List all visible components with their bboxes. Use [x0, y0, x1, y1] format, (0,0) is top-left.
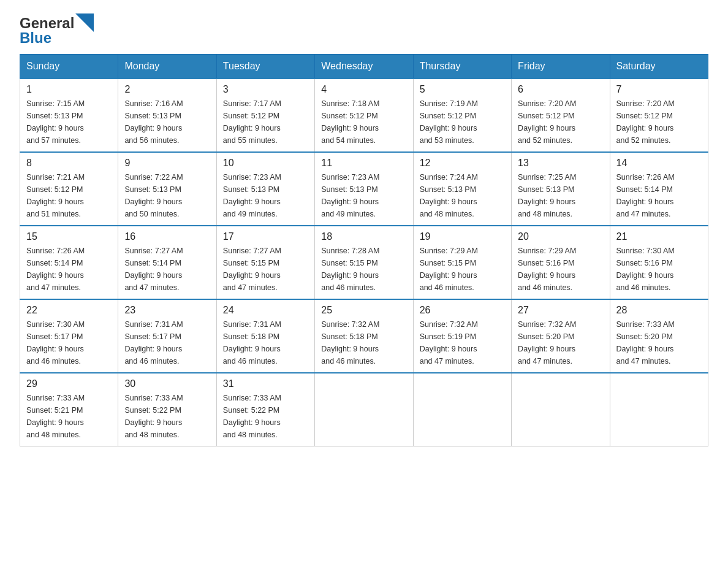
calendar-body: 1 Sunrise: 7:15 AM Sunset: 5:13 PM Dayli…	[20, 79, 708, 446]
day-number: 21	[616, 231, 702, 242]
day-info: Sunrise: 7:23 AM Sunset: 5:13 PM Dayligh…	[321, 171, 406, 220]
day-info: Sunrise: 7:33 AM Sunset: 5:21 PM Dayligh…	[26, 392, 112, 441]
day-number: 31	[223, 378, 308, 389]
calendar-day-cell: 14 Sunrise: 7:26 AM Sunset: 5:14 PM Dayl…	[610, 152, 708, 226]
day-info: Sunrise: 7:29 AM Sunset: 5:16 PM Dayligh…	[518, 245, 603, 294]
day-of-week-header: Saturday	[610, 55, 708, 79]
day-info: Sunrise: 7:30 AM Sunset: 5:17 PM Dayligh…	[26, 318, 112, 367]
day-number: 14	[616, 158, 702, 169]
day-of-week-header: Thursday	[413, 55, 511, 79]
calendar-day-cell: 6 Sunrise: 7:20 AM Sunset: 5:12 PM Dayli…	[512, 79, 610, 152]
day-info: Sunrise: 7:18 AM Sunset: 5:12 PM Dayligh…	[321, 98, 406, 147]
calendar-day-cell	[610, 373, 708, 446]
day-info: Sunrise: 7:19 AM Sunset: 5:12 PM Dayligh…	[420, 98, 505, 147]
day-number: 11	[321, 158, 406, 169]
day-info: Sunrise: 7:20 AM Sunset: 5:12 PM Dayligh…	[616, 98, 702, 147]
calendar-day-cell: 11 Sunrise: 7:23 AM Sunset: 5:13 PM Dayl…	[315, 152, 413, 226]
day-number: 30	[124, 378, 210, 389]
day-info: Sunrise: 7:21 AM Sunset: 5:12 PM Dayligh…	[26, 171, 112, 220]
calendar-day-cell: 16 Sunrise: 7:27 AM Sunset: 5:14 PM Dayl…	[118, 226, 216, 299]
day-info: Sunrise: 7:32 AM Sunset: 5:18 PM Dayligh…	[321, 318, 406, 367]
day-info: Sunrise: 7:31 AM Sunset: 5:18 PM Dayligh…	[223, 318, 308, 367]
day-info: Sunrise: 7:26 AM Sunset: 5:14 PM Dayligh…	[26, 245, 112, 294]
calendar-day-cell: 3 Sunrise: 7:17 AM Sunset: 5:12 PM Dayli…	[216, 79, 314, 152]
calendar-day-cell: 19 Sunrise: 7:29 AM Sunset: 5:15 PM Dayl…	[413, 226, 511, 299]
calendar-day-cell: 1 Sunrise: 7:15 AM Sunset: 5:13 PM Dayli…	[20, 79, 118, 152]
calendar-day-cell	[413, 373, 511, 446]
day-number: 10	[223, 158, 308, 169]
day-number: 20	[518, 231, 603, 242]
day-info: Sunrise: 7:26 AM Sunset: 5:14 PM Dayligh…	[616, 171, 702, 220]
day-number: 27	[518, 305, 603, 316]
day-number: 9	[124, 158, 210, 169]
day-info: Sunrise: 7:20 AM Sunset: 5:12 PM Dayligh…	[518, 98, 603, 147]
calendar-week-row: 29 Sunrise: 7:33 AM Sunset: 5:21 PM Dayl…	[20, 373, 708, 446]
calendar-week-row: 22 Sunrise: 7:30 AM Sunset: 5:17 PM Dayl…	[20, 299, 708, 373]
day-info: Sunrise: 7:23 AM Sunset: 5:13 PM Dayligh…	[223, 171, 308, 220]
day-info: Sunrise: 7:15 AM Sunset: 5:13 PM Dayligh…	[26, 98, 112, 147]
day-info: Sunrise: 7:33 AM Sunset: 5:20 PM Dayligh…	[616, 318, 702, 367]
day-info: Sunrise: 7:17 AM Sunset: 5:12 PM Dayligh…	[223, 98, 308, 147]
day-info: Sunrise: 7:27 AM Sunset: 5:14 PM Dayligh…	[124, 245, 210, 294]
svg-marker-0	[75, 13, 94, 32]
day-number: 18	[321, 231, 406, 242]
day-number: 16	[124, 231, 210, 242]
day-number: 17	[223, 231, 308, 242]
calendar-day-cell: 12 Sunrise: 7:24 AM Sunset: 5:13 PM Dayl…	[413, 152, 511, 226]
calendar-day-cell: 4 Sunrise: 7:18 AM Sunset: 5:12 PM Dayli…	[315, 79, 413, 152]
day-info: Sunrise: 7:33 AM Sunset: 5:22 PM Dayligh…	[223, 392, 308, 441]
calendar-day-cell: 5 Sunrise: 7:19 AM Sunset: 5:12 PM Dayli…	[413, 79, 511, 152]
day-number: 22	[26, 305, 112, 316]
day-of-week-header: Wednesday	[315, 55, 413, 79]
calendar-day-cell: 17 Sunrise: 7:27 AM Sunset: 5:15 PM Dayl…	[216, 226, 314, 299]
calendar-header: SundayMondayTuesdayWednesdayThursdayFrid…	[20, 55, 708, 79]
day-number: 2	[124, 84, 210, 95]
header-row: SundayMondayTuesdayWednesdayThursdayFrid…	[20, 55, 708, 79]
day-info: Sunrise: 7:33 AM Sunset: 5:22 PM Dayligh…	[124, 392, 210, 441]
logo-blue-text: Blue	[20, 29, 51, 47]
day-number: 28	[616, 305, 702, 316]
calendar-day-cell: 2 Sunrise: 7:16 AM Sunset: 5:13 PM Dayli…	[118, 79, 216, 152]
calendar-day-cell: 28 Sunrise: 7:33 AM Sunset: 5:20 PM Dayl…	[610, 299, 708, 373]
logo: General Blue	[20, 15, 94, 47]
day-number: 8	[26, 158, 112, 169]
day-info: Sunrise: 7:31 AM Sunset: 5:17 PM Dayligh…	[124, 318, 210, 367]
day-number: 7	[616, 84, 702, 95]
day-info: Sunrise: 7:25 AM Sunset: 5:13 PM Dayligh…	[518, 171, 603, 220]
day-info: Sunrise: 7:16 AM Sunset: 5:13 PM Dayligh…	[124, 98, 210, 147]
calendar-day-cell: 7 Sunrise: 7:20 AM Sunset: 5:12 PM Dayli…	[610, 79, 708, 152]
calendar-table: SundayMondayTuesdayWednesdayThursdayFrid…	[20, 54, 708, 446]
day-number: 6	[518, 84, 603, 95]
calendar-day-cell: 10 Sunrise: 7:23 AM Sunset: 5:13 PM Dayl…	[216, 152, 314, 226]
calendar-day-cell: 9 Sunrise: 7:22 AM Sunset: 5:13 PM Dayli…	[118, 152, 216, 226]
day-info: Sunrise: 7:32 AM Sunset: 5:19 PM Dayligh…	[420, 318, 505, 367]
day-info: Sunrise: 7:29 AM Sunset: 5:15 PM Dayligh…	[420, 245, 505, 294]
calendar-day-cell: 26 Sunrise: 7:32 AM Sunset: 5:19 PM Dayl…	[413, 299, 511, 373]
day-info: Sunrise: 7:32 AM Sunset: 5:20 PM Dayligh…	[518, 318, 603, 367]
calendar-day-cell: 20 Sunrise: 7:29 AM Sunset: 5:16 PM Dayl…	[512, 226, 610, 299]
day-number: 4	[321, 84, 406, 95]
calendar-day-cell: 24 Sunrise: 7:31 AM Sunset: 5:18 PM Dayl…	[216, 299, 314, 373]
calendar-day-cell: 15 Sunrise: 7:26 AM Sunset: 5:14 PM Dayl…	[20, 226, 118, 299]
day-number: 3	[223, 84, 308, 95]
day-info: Sunrise: 7:27 AM Sunset: 5:15 PM Dayligh…	[223, 245, 308, 294]
day-info: Sunrise: 7:22 AM Sunset: 5:13 PM Dayligh…	[124, 171, 210, 220]
day-info: Sunrise: 7:30 AM Sunset: 5:16 PM Dayligh…	[616, 245, 702, 294]
calendar-day-cell: 29 Sunrise: 7:33 AM Sunset: 5:21 PM Dayl…	[20, 373, 118, 446]
calendar-day-cell: 23 Sunrise: 7:31 AM Sunset: 5:17 PM Dayl…	[118, 299, 216, 373]
day-number: 29	[26, 378, 112, 389]
logo-icon	[75, 13, 94, 32]
calendar-day-cell: 27 Sunrise: 7:32 AM Sunset: 5:20 PM Dayl…	[512, 299, 610, 373]
day-number: 13	[518, 158, 603, 169]
day-of-week-header: Monday	[118, 55, 216, 79]
calendar-day-cell: 22 Sunrise: 7:30 AM Sunset: 5:17 PM Dayl…	[20, 299, 118, 373]
calendar-week-row: 1 Sunrise: 7:15 AM Sunset: 5:13 PM Dayli…	[20, 79, 708, 152]
day-number: 23	[124, 305, 210, 316]
day-number: 15	[26, 231, 112, 242]
day-info: Sunrise: 7:24 AM Sunset: 5:13 PM Dayligh…	[420, 171, 505, 220]
page-header: General Blue	[20, 15, 708, 47]
calendar-day-cell: 25 Sunrise: 7:32 AM Sunset: 5:18 PM Dayl…	[315, 299, 413, 373]
calendar-day-cell	[512, 373, 610, 446]
calendar-week-row: 8 Sunrise: 7:21 AM Sunset: 5:12 PM Dayli…	[20, 152, 708, 226]
day-of-week-header: Tuesday	[216, 55, 314, 79]
